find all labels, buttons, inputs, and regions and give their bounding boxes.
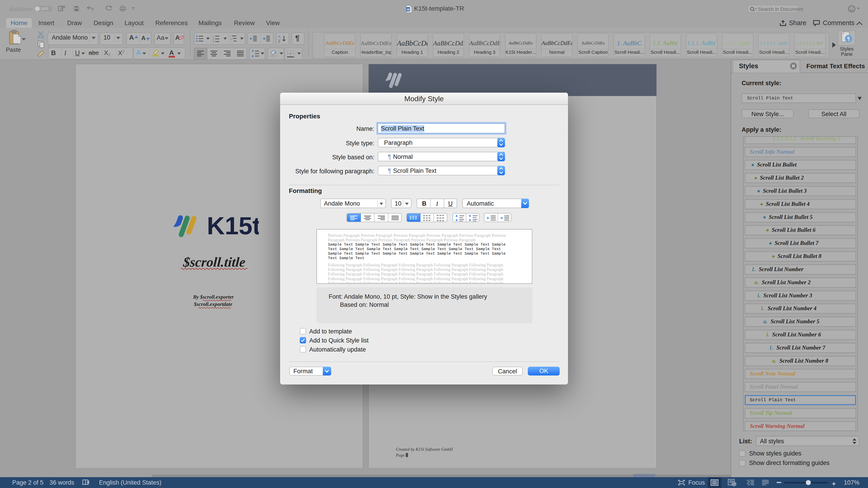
svg-text:3: 3	[213, 40, 214, 42]
svg-text:Z: Z	[278, 39, 280, 43]
svg-text:K15t: K15t	[207, 213, 259, 238]
svg-text:¶: ¶	[847, 36, 850, 41]
svg-text:i: i	[231, 40, 232, 42]
svg-text:A: A	[278, 35, 281, 39]
svg-text:W: W	[407, 8, 410, 11]
